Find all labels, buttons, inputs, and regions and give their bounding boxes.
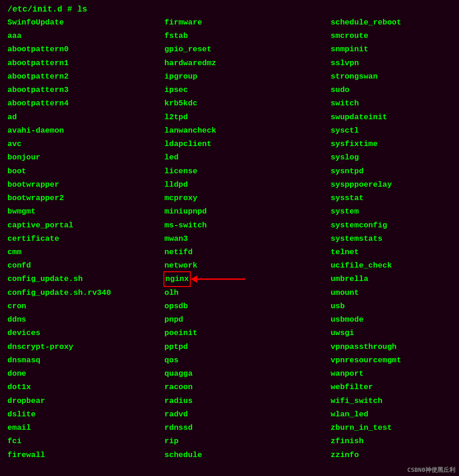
file-item: webfilter <box>331 380 452 394</box>
file-item: pnpd <box>164 313 331 326</box>
file-item: wanport <box>331 367 452 380</box>
file-item: captive_portal <box>7 219 164 232</box>
file-item: poeinit <box>164 326 331 340</box>
file-item: gpio_reset <box>164 43 331 56</box>
file-item: config_update.sh <box>7 272 164 286</box>
file-item: avc <box>7 137 164 151</box>
file-item: abootpattern4 <box>7 97 164 110</box>
file-item: smcroute <box>331 29 452 43</box>
file-item: umount <box>331 286 452 299</box>
file-item: umbrella <box>331 272 452 286</box>
file-item: mwan3 <box>164 232 331 245</box>
file-item: vpnpassthrough <box>331 340 452 354</box>
file-item: zburn_in_test <box>331 421 452 434</box>
file-item: dnsmasq <box>7 354 164 367</box>
file-item: netifd <box>164 245 331 259</box>
file-item: abootpattern0 <box>7 43 164 56</box>
file-item: aaa <box>7 29 164 43</box>
file-item: wifi_switch <box>331 394 452 408</box>
file-item: syslog <box>331 151 452 164</box>
file-item: cron <box>7 299 164 313</box>
file-item: config_update.sh.rv340 <box>7 286 164 299</box>
file-item: quagga <box>164 367 331 380</box>
file-item: rip <box>164 434 331 448</box>
file-item: lldpd <box>164 178 331 191</box>
file-item: miniupnpd <box>164 205 331 218</box>
file-item: systemstats <box>331 232 452 245</box>
file-item: syspppoerelay <box>331 178 452 191</box>
file-item: done <box>7 367 164 380</box>
file-item: confd <box>7 259 164 272</box>
file-item: sysstat <box>331 191 452 205</box>
file-item: dslite <box>7 408 164 421</box>
file-item: hardwaredmz <box>164 56 331 70</box>
file-item: radvd <box>164 408 331 421</box>
file-item: ucifile_check <box>331 259 452 272</box>
svg-marker-1 <box>191 275 197 283</box>
file-item: ms-switch <box>164 219 331 232</box>
file-item: ipsec <box>164 83 331 97</box>
file-item: usb <box>331 299 452 313</box>
file-item: bootwrapper <box>7 178 164 191</box>
file-item: rdnssd <box>164 421 331 434</box>
file-item: mcproxy <box>164 191 331 205</box>
file-item: uwsgi <box>331 326 452 340</box>
file-item: devices <box>7 326 164 340</box>
file-item: fci <box>7 434 164 448</box>
file-item: dropbear <box>7 394 164 408</box>
file-item: strongswan <box>331 70 452 83</box>
file-item: cmm <box>7 245 164 259</box>
file-item: snmpinit <box>331 43 452 56</box>
file-item: dot1x <box>7 380 164 394</box>
file-item: olh <box>164 286 331 299</box>
file-item: fstab <box>164 29 331 43</box>
file-item: schedule_reboot <box>331 16 452 29</box>
file-item: zzinfo <box>331 448 452 462</box>
file-item: email <box>7 421 164 434</box>
file-grid: SwinfoUpdatefirmwareschedule_rebootaaafs… <box>7 16 452 462</box>
file-item: sysctl <box>331 124 452 137</box>
watermark: CSBN0神使黑丘利 <box>407 466 455 474</box>
file-item: ipgroup <box>164 70 331 83</box>
file-item: opsdb <box>164 299 331 313</box>
file-item: abootpattern2 <box>7 70 164 83</box>
file-item: l2tpd <box>164 110 331 124</box>
file-item: pptpd <box>164 340 331 354</box>
file-item: vpnresourcemgmt <box>331 354 452 367</box>
file-item: avahi-daemon <box>7 124 164 137</box>
file-item: racoon <box>164 380 331 394</box>
file-item: sysfixtime <box>331 137 452 151</box>
file-item: switch <box>331 97 452 110</box>
file-item: bonjour <box>7 151 164 164</box>
file-item: wlan_led <box>331 408 452 421</box>
file-item: ddns <box>7 313 164 326</box>
file-item: sudo <box>331 83 452 97</box>
file-item: telnet <box>331 245 452 259</box>
file-item: systemconfig <box>331 219 452 232</box>
file-item: abootpattern3 <box>7 83 164 97</box>
file-item: dnscrypt-proxy <box>7 340 164 354</box>
file-item: bwmgmt <box>7 205 164 218</box>
file-item: sslvpn <box>331 56 452 70</box>
file-item: usbmode <box>331 313 452 326</box>
prompt-line: /etc/init.d # ls <box>7 5 452 14</box>
file-item: system <box>331 205 452 218</box>
file-item: lanwancheck <box>164 124 331 137</box>
file-item: boot <box>7 165 164 178</box>
file-item: zfinish <box>331 434 452 448</box>
nginx-arrow <box>190 273 250 286</box>
file-item: radius <box>164 394 331 408</box>
file-item: krb5kdc <box>164 97 331 110</box>
file-item: SwinfoUpdate <box>7 16 164 29</box>
file-item: bootwrapper2 <box>7 191 164 205</box>
file-item: led <box>164 151 331 164</box>
terminal: /etc/init.d # ls SwinfoUpdatefirmwaresch… <box>7 5 452 462</box>
file-item: swupdateinit <box>331 110 452 124</box>
file-item: firmware <box>164 16 331 29</box>
file-item: ad <box>7 110 164 124</box>
nginx-label: nginx <box>164 272 190 286</box>
file-item: schedule <box>164 448 331 462</box>
file-item: sysntpd <box>331 165 452 178</box>
file-item: abootpattern1 <box>7 56 164 70</box>
file-item: network <box>164 259 331 272</box>
